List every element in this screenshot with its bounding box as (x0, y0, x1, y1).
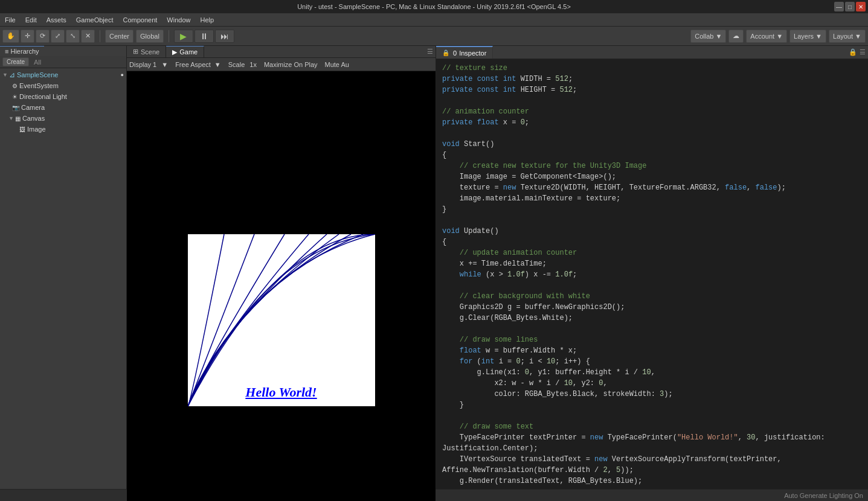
collab-button[interactable]: Collab ▼ (690, 30, 726, 43)
code-kw-private1: private (442, 75, 472, 83)
menu-edit[interactable]: Edit (21, 15, 42, 25)
menu-component[interactable]: Component (118, 15, 162, 25)
scene-tab-label: Scene (141, 48, 159, 56)
scene-inspector-row: ⊞ Scene ▶ Game ☰ Display 1 ▼ Free Aspect (127, 46, 868, 501)
rect-tool[interactable]: ⤡ (66, 30, 80, 43)
global-label: Global (140, 33, 159, 40)
hierarchy-eventsystem[interactable]: ⚙ EventSystem (0, 80, 126, 91)
cloud-button[interactable]: ☁ (728, 30, 744, 43)
inspector-tab-controls: 🔒 ☰ (846, 48, 868, 56)
tab-hierarchy[interactable]: ≡ Hierarchy (0, 46, 44, 56)
transform-tools: ✋ ✛ ⟳ ⤢ ⤡ ✕ (2, 30, 95, 43)
eventsystem-label: EventSystem (19, 82, 59, 89)
directional-light-icon: ☀ (12, 94, 18, 100)
auto-generate-label: Auto Generate Lighting On (784, 492, 863, 499)
sep1 (100, 30, 100, 42)
playback-controls: ▶ ⏸ ⏭ (174, 30, 234, 43)
code-view[interactable]: // texture size private const int WIDTH … (436, 59, 868, 501)
tab-game[interactable]: ▶ Game (166, 46, 204, 57)
camera-label: Camera (21, 104, 45, 111)
scale-value: 1x (249, 61, 257, 68)
center-section: ⊞ Scene ▶ Game ☰ Display 1 ▼ Free Aspect (127, 46, 868, 489)
menu-window[interactable]: Window (162, 15, 195, 25)
hierarchy-panel: ≡ Hierarchy Create All ▼ ⊿ SampleScene ●… (0, 46, 127, 489)
collab-label: Collab ▼ (695, 33, 722, 40)
hello-world-text: Hello World! (245, 385, 317, 400)
aspect-label: Free Aspect (175, 61, 211, 68)
inspector-panel: 🔒 0 Inspector 🔒 ☰ // texture size privat… (436, 46, 868, 501)
hierarchy-all: All (34, 59, 41, 66)
scene-view: Hello World! (127, 71, 436, 501)
inspector-lock-icon[interactable]: 🔒 (849, 48, 857, 56)
scene-name: SampleScene (17, 71, 59, 78)
game-tab-label: Game (179, 48, 198, 56)
minimize-button[interactable]: — (834, 2, 844, 11)
hierarchy-canvas[interactable]: ▼ ▦ Canvas (0, 113, 126, 124)
scene-svg (188, 234, 375, 406)
maximize-label: Maximize On Play (264, 61, 318, 68)
scene-icon: ⊿ (9, 71, 15, 79)
close-button[interactable]: ✕ (856, 2, 866, 11)
center-pivot-button[interactable]: Center (105, 30, 133, 43)
content-area: ≡ Hierarchy Create All ▼ ⊿ SampleScene ●… (0, 46, 868, 489)
maximize-button[interactable]: □ (845, 2, 855, 11)
rotate-tool[interactable]: ⟳ (36, 30, 50, 43)
code-comment-1: // texture size (442, 64, 507, 72)
camera-icon: 📷 (12, 104, 19, 111)
scale-tool[interactable]: ⤢ (51, 30, 65, 43)
menu-gameobject[interactable]: GameObject (71, 15, 118, 25)
hierarchy-image[interactable]: 🖼 Image (0, 124, 126, 135)
game-canvas: Hello World! (188, 234, 375, 406)
hierarchy-directional-light[interactable]: ☀ Directional Light (0, 91, 126, 102)
lock-icon: 🔒 (442, 49, 449, 56)
inspector-menu-icon[interactable]: ☰ (860, 48, 866, 56)
eventsystem-icon: ⚙ (12, 83, 18, 89)
image-icon: 🖼 (19, 126, 25, 133)
account-dropdown[interactable]: Account ▼ (746, 30, 787, 43)
hierarchy-create-button[interactable]: Create (2, 57, 29, 66)
scene-arrow: ▼ (2, 72, 8, 78)
play-button[interactable]: ▶ (174, 30, 193, 43)
layout-dropdown[interactable]: Layout ▼ (829, 30, 866, 43)
scene-tabs: ⊞ Scene ▶ Game ☰ (127, 46, 436, 58)
inspector-tabs: 🔒 0 Inspector 🔒 ☰ (436, 46, 868, 59)
aspect-dropdown-icon[interactable]: ▼ (214, 61, 221, 68)
global-local-button[interactable]: Global (136, 30, 164, 43)
hierarchy-icon: ≡ (5, 48, 8, 55)
scene-toolbar: Display 1 ▼ Free Aspect ▼ Scale 1x Maxim… (127, 58, 436, 71)
display-dropdown-icon[interactable]: ▼ (161, 61, 168, 68)
toolbar-right: Collab ▼ ☁ Account ▼ Layers ▼ Layout ▼ (690, 30, 866, 43)
hierarchy-content: ▼ ⊿ SampleScene ● ⚙ EventSystem ☀ Direct… (0, 68, 126, 489)
scene-tab-options: ☰ (427, 46, 436, 57)
window-controls: — □ ✕ (834, 2, 866, 11)
scene-marker: ● (121, 72, 124, 78)
menu-help[interactable]: Help (195, 15, 219, 25)
layout-label: Layout ▼ (833, 33, 861, 40)
menu-file[interactable]: File (0, 15, 21, 25)
canvas-icon: ▦ (15, 115, 21, 122)
pause-button[interactable]: ⏸ (194, 30, 214, 43)
menu-bar: File Edit Assets GameObject Component Wi… (0, 13, 868, 27)
hierarchy-toolbar: Create All (0, 56, 126, 68)
toolbar: ✋ ✛ ⟳ ⤢ ⤡ ✕ Center Global ▶ ⏸ ⏭ Collab ▼… (0, 27, 868, 46)
move-tool[interactable]: ✛ (21, 30, 34, 43)
hand-tool[interactable]: ✋ (2, 30, 19, 43)
scene-tab-icon: ⊞ (133, 48, 138, 56)
title-bar: Unity - utest - SampleScene - PC, Mac & … (0, 0, 868, 13)
inspector-tab-label: Inspector (459, 49, 486, 57)
step-button[interactable]: ⏭ (215, 30, 234, 43)
transform-tool[interactable]: ✕ (81, 30, 95, 43)
tab-inspector[interactable]: 🔒 0 Inspector (436, 46, 493, 59)
canvas-label: Canvas (22, 115, 45, 122)
tab-scene[interactable]: ⊞ Scene (127, 46, 166, 57)
menu-assets[interactable]: Assets (42, 15, 71, 25)
scene-root-item[interactable]: ▼ ⊿ SampleScene ● (0, 69, 126, 80)
directional-light-label: Directional Light (19, 93, 67, 100)
hierarchy-camera[interactable]: 📷 Camera (0, 102, 126, 113)
game-tab-icon: ▶ (172, 48, 177, 56)
mute-label: Mute Au (325, 61, 349, 68)
scale-label: Scale (228, 61, 245, 68)
layers-dropdown[interactable]: Layers ▼ (789, 30, 826, 43)
center-panel: ⊞ Scene ▶ Game ☰ Display 1 ▼ Free Aspect (127, 46, 436, 501)
account-label: Account ▼ (750, 33, 783, 40)
